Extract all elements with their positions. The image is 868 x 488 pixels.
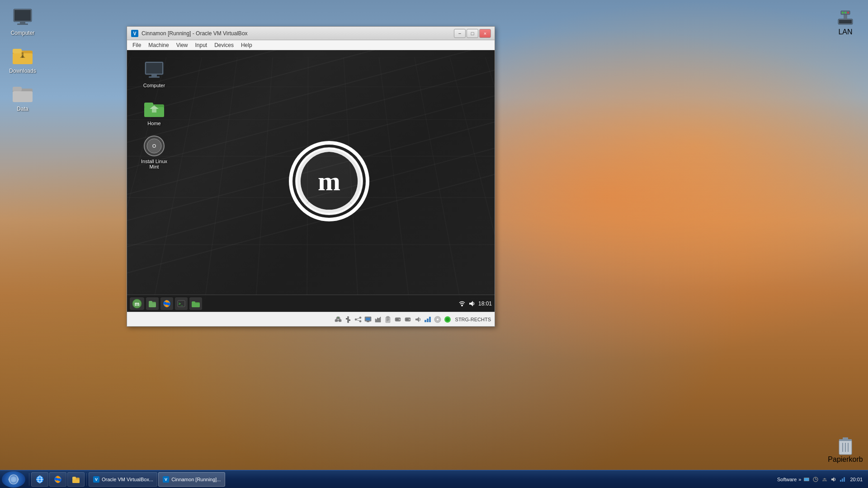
vbox-title-icon: V: [131, 29, 139, 38]
lm-logo: m: [288, 141, 370, 222]
trash-icon: [835, 434, 856, 455]
svg-line-71: [357, 320, 359, 321]
svg-point-85: [409, 319, 410, 320]
win-time: 20:01: [850, 477, 863, 482]
vbox-status-display-icon[interactable]: [364, 315, 372, 324]
explorer-taskbar-icon: [71, 475, 80, 484]
vbox-menu-input[interactable]: Input: [192, 41, 211, 49]
svg-rect-111: [804, 478, 809, 481]
taskbar-vbox-label: Oracle VM VirtualBox...: [102, 477, 153, 482]
vbox-status-usb-icon[interactable]: [344, 315, 352, 324]
desktop-icon-data[interactable]: Data: [5, 80, 41, 114]
vm-screen[interactable]: Computer: [127, 50, 495, 312]
computer-icon-label: Computer: [11, 30, 35, 36]
win-systray-icon-2[interactable]: [812, 476, 819, 483]
svg-rect-2: [20, 22, 25, 23]
svg-point-62: [338, 317, 339, 318]
lm-icon-computer[interactable]: Computer: [136, 59, 172, 88]
vbox-menu-help[interactable]: Help: [237, 41, 256, 49]
svg-rect-52: [192, 303, 200, 307]
lm-terminal-btn[interactable]: >_: [175, 297, 188, 310]
data-folder-icon: [12, 82, 33, 104]
lm-install-label: Install Linux Mint: [136, 159, 172, 169]
svg-rect-104: [72, 479, 80, 483]
desktop-icon-computer[interactable]: Computer: [5, 5, 41, 38]
svg-rect-13: [839, 20, 852, 23]
svg-point-39: [153, 145, 155, 147]
vbox-status-hdd2-icon[interactable]: [404, 315, 412, 324]
vbox-menu-devices[interactable]: Devices: [211, 41, 237, 49]
win-systray-icon-3[interactable]: [821, 476, 828, 483]
vbox-menu-file[interactable]: File: [129, 41, 145, 49]
vbox-statusbar: STRG-RECHTS: [127, 312, 495, 326]
svg-text:V: V: [165, 477, 167, 482]
vbox-menu-view[interactable]: View: [173, 41, 192, 49]
ie-icon: [35, 475, 44, 484]
svg-rect-11: [13, 87, 22, 91]
svg-point-68: [359, 317, 361, 319]
svg-point-69: [359, 320, 361, 322]
lm-firefox-btn[interactable]: [160, 297, 173, 310]
vbox-status-green-icon: [443, 315, 452, 324]
vbox-status-network-icon[interactable]: [334, 315, 342, 324]
vbox-minimize-btn[interactable]: −: [454, 29, 466, 38]
win-start-button[interactable]: [2, 471, 25, 488]
desktop-icon-lan[interactable]: LAN: [827, 5, 863, 38]
taskbar-separator-2: [86, 473, 87, 486]
svg-text:m: m: [135, 301, 140, 307]
svg-rect-6: [13, 49, 22, 53]
win-systray-network-icon[interactable]: [839, 476, 846, 483]
windows-taskbar: V Oracle VM VirtualBox... V Cinnamon [Ru…: [0, 470, 868, 488]
svg-rect-1: [14, 10, 31, 21]
taskbar-cinnamon-btn[interactable]: V Cinnamon [Running]...: [158, 472, 225, 487]
svg-rect-119: [844, 477, 845, 482]
cinnamon-taskbar-icon: V: [162, 476, 170, 483]
win-systray-volume-icon[interactable]: [830, 476, 837, 483]
taskbar-ie-btn[interactable]: [31, 472, 48, 487]
desktop-icon-papierkorb[interactable]: Papierkorb: [827, 432, 863, 465]
vbox-status-network2-icon[interactable]: [424, 315, 432, 324]
win-systray-icon-1[interactable]: [803, 476, 810, 483]
downloads-folder-icon: [12, 44, 33, 66]
svg-marker-116: [831, 477, 834, 482]
lm-volume-icon: [468, 300, 476, 307]
vbox-status-shared-icon[interactable]: [354, 315, 362, 324]
vbox-menu-machine[interactable]: Machine: [145, 41, 172, 49]
svg-text:>_: >_: [179, 302, 183, 306]
svg-marker-88: [415, 317, 419, 322]
lm-folder-btn[interactable]: [189, 297, 202, 310]
downloads-icon-label: Downloads: [9, 68, 36, 74]
vbox-status-drag-icon[interactable]: [374, 315, 382, 324]
svg-rect-21: [843, 437, 848, 440]
svg-rect-91: [429, 317, 431, 322]
lm-install-icon: [143, 135, 165, 157]
vbox-status-hdd-icon[interactable]: [394, 315, 402, 324]
vbox-close-btn[interactable]: ×: [479, 29, 491, 38]
desktop-icons-area: Computer Downloads: [5, 5, 41, 114]
vbox-maximize-btn[interactable]: □: [467, 29, 478, 38]
svg-text:m: m: [318, 166, 340, 196]
vbox-status-clipboard-icon[interactable]: [384, 315, 392, 324]
desktop-icon-downloads[interactable]: Downloads: [5, 42, 41, 76]
svg-point-16: [842, 12, 844, 14]
svg-rect-118: [842, 479, 843, 482]
data-icon-label: Data: [17, 106, 28, 112]
taskbar-cinnamon-label: Cinnamon [Running]...: [171, 477, 221, 482]
lm-icon-install[interactable]: Install Linux Mint: [136, 135, 172, 169]
taskbar-explorer-btn[interactable]: [67, 472, 85, 487]
lm-files-btn[interactable]: [146, 297, 159, 310]
svg-point-96: [446, 318, 449, 321]
vbox-status-sound-icon[interactable]: [414, 315, 422, 324]
lm-icon-home[interactable]: Home: [136, 97, 172, 126]
taskbar-firefox-btn[interactable]: [49, 472, 66, 487]
lm-systray: 18:01: [458, 300, 492, 307]
taskbar-vbox-btn[interactable]: V Oracle VM VirtualBox...: [89, 472, 157, 487]
firefox-taskbar-icon: [53, 475, 62, 484]
vbox-status-cd-icon[interactable]: [434, 315, 442, 324]
lm-computer-label: Computer: [143, 83, 165, 88]
virtualbox-window: V Cinnamon [Running] - Oracle VM Virtual…: [127, 26, 495, 327]
lm-home-label: Home: [147, 121, 160, 126]
svg-rect-65: [349, 319, 350, 321]
svg-rect-46: [149, 303, 156, 307]
lm-start-button[interactable]: m: [130, 297, 144, 310]
